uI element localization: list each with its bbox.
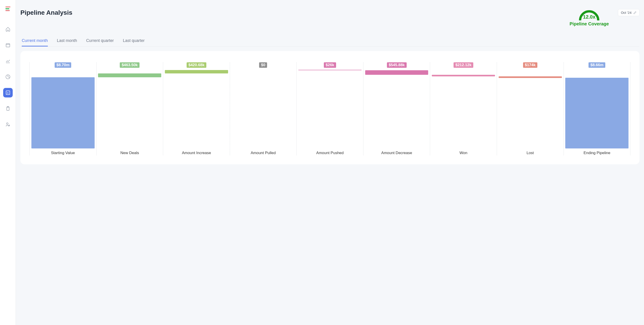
home-icon: [6, 27, 10, 32]
axis-category-label: Starting Value: [51, 151, 75, 155]
time-range-tabs: Current month Last month Current quarter…: [20, 36, 640, 46]
user-gear-icon: [6, 122, 10, 127]
axis-category-label: Won: [460, 151, 468, 155]
calendar-icon: [6, 42, 10, 48]
chart-column: $420.68kAmount Increase: [163, 62, 230, 155]
axis-category-label: Ending Pipeline: [584, 151, 610, 155]
bar-value-label: $0: [259, 62, 267, 68]
chart-column: $26kAmount Pushed: [296, 62, 363, 155]
trend-icon: [6, 58, 10, 64]
bar-value-label: $8.70m: [54, 62, 72, 68]
date-filter-value: Oct '24: [621, 11, 632, 14]
clipboard-icon: [6, 106, 10, 111]
page-header: Pipeline Analysis 12.0x Pipeline Coverag…: [20, 9, 640, 26]
page-title: Pipeline Analysis: [20, 9, 72, 16]
nav-trend[interactable]: [3, 56, 13, 66]
axis-category-label: New Deals: [120, 151, 139, 155]
app-logo: [6, 6, 10, 11]
pie-icon: [6, 74, 10, 79]
bar-value-label: $212.12k: [454, 62, 473, 68]
tab-last-month[interactable]: Last month: [57, 36, 77, 46]
tab-current-month[interactable]: Current month: [22, 36, 48, 46]
date-filter[interactable]: Oct '24: [618, 9, 640, 16]
coverage-label: Pipeline Coverage: [570, 21, 609, 26]
waterfall-bar: [365, 70, 428, 75]
waterfall-bar: [432, 75, 495, 76]
sidebar: [0, 0, 16, 325]
tab-current-quarter[interactable]: Current quarter: [86, 36, 114, 46]
bar-value-label: $174k: [523, 62, 537, 68]
bar-value-label: $463.50k: [120, 62, 140, 68]
coverage-value: 12.0x: [578, 14, 600, 20]
bar-value-label: $545.88k: [387, 62, 406, 68]
waterfall-bar: [98, 74, 161, 77]
chart-column: $174kLost: [497, 62, 564, 155]
header-right: 12.0x Pipeline Coverage Oct '24: [570, 9, 640, 26]
axis-category-label: Amount Pulled: [250, 151, 276, 155]
nav-user-settings[interactable]: [3, 120, 13, 129]
svg-point-14: [6, 123, 8, 124]
axis-category-label: Amount Pushed: [316, 151, 344, 155]
axis-category-label: Amount Increase: [182, 151, 211, 155]
bar-value-label: $8.66m: [588, 62, 605, 68]
chart-column: $212.12kWon: [430, 62, 497, 155]
nav-pie[interactable]: [3, 72, 13, 82]
bar-value-label: $26k: [324, 62, 336, 68]
axis-category-label: Lost: [526, 151, 534, 155]
waterfall-bar: [298, 70, 362, 70]
bar-report-icon: [6, 90, 10, 95]
svg-point-15: [8, 125, 10, 126]
coverage-gauge: 12.0x: [578, 9, 600, 20]
chart-column: $463.50kNew Deals: [96, 62, 163, 155]
waterfall-bar: [165, 70, 228, 74]
bar-value-label: $420.68k: [186, 62, 206, 68]
chart-column: $8.66mEnding Pipeline: [564, 62, 631, 155]
nav-clipboard[interactable]: [3, 104, 13, 113]
chart-column: $0Amount Pulled: [230, 62, 296, 155]
waterfall-chart: $8.70mStarting Value$463.50kNew Deals$42…: [30, 62, 630, 155]
coverage-widget: 12.0x Pipeline Coverage: [570, 9, 609, 26]
chart-column: $545.88kAmount Decrease: [363, 62, 430, 155]
nav-home[interactable]: [3, 24, 13, 34]
waterfall-bar: [31, 77, 94, 148]
waterfall-chart-card: $8.70mStarting Value$463.50kNew Deals$42…: [20, 51, 640, 164]
svg-rect-0: [6, 44, 10, 47]
nav-reports[interactable]: [3, 88, 13, 98]
waterfall-bar: [565, 78, 628, 148]
tab-last-quarter[interactable]: Last quarter: [123, 36, 144, 46]
chart-column: $8.70mStarting Value: [30, 62, 96, 155]
nav-calendar[interactable]: [3, 40, 13, 50]
main-content: Pipeline Analysis 12.0x Pipeline Coverag…: [16, 0, 644, 325]
pencil-icon: [633, 11, 636, 14]
waterfall-bar: [498, 76, 562, 78]
axis-category-label: Amount Decrease: [381, 151, 412, 155]
